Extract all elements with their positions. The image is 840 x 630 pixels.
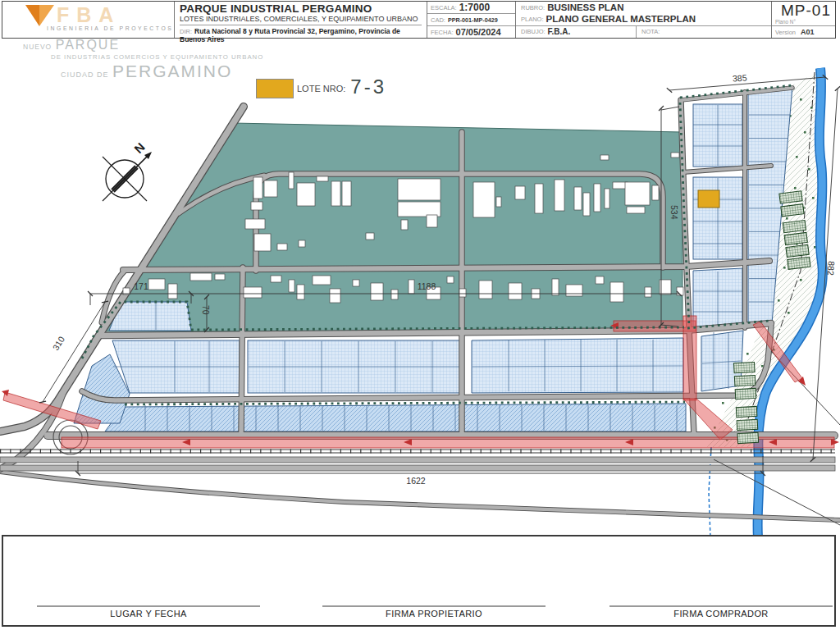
lot-legend: LOTE NRO: 7-3 (256, 79, 386, 98)
plano-label: PLANO: (521, 16, 544, 23)
industrial-zone-teal (102, 123, 682, 331)
lot-legend-label: LOTE NRO: (297, 84, 345, 94)
plan-info-cell: RUBRO:BUSINESS PLAN PLANO:PLANO GENERAL … (515, 2, 771, 38)
dim-882: 882 (826, 261, 837, 276)
logo-ghost-text: FBA (57, 3, 121, 27)
dibujo-label: DIBUJO: (521, 28, 546, 35)
dibujo-value: F.B.A. (548, 27, 571, 36)
signature-place-date: LUGAR Y FECHA (37, 605, 260, 619)
masterplan-sheet: FBA INGENIERIA DE PROYECTOS PARQUE INDUS… (0, 0, 840, 630)
lot-legend-value: 7-3 (350, 75, 386, 98)
title-block: FBA INGENIERIA DE PROYECTOS PARQUE INDUS… (2, 1, 836, 39)
project-watermark: NUEVO PARQUE DE INDUSTRIAS COMERCIOS Y E… (23, 39, 263, 80)
dim-534: 534 (669, 205, 679, 220)
highlighted-lot-7-3 (698, 190, 719, 208)
fecha-value: 07/05/2024 (456, 27, 501, 37)
lot-row1-block3 (472, 338, 683, 393)
sheet-cell: MP-01 Plano N° Version A01 (771, 2, 835, 38)
meta-cell: ESCALA:1:7000 CAD:PPR-001-MP-0429 FECHA:… (427, 2, 515, 38)
dim-385: 385 (733, 72, 747, 83)
cad-value: PPR-001-MP-0429 (448, 16, 498, 24)
rubro-label: RUBRO: (521, 4, 545, 11)
north-label: N (131, 139, 148, 156)
rubro-value: BUSINESS PLAN (547, 2, 623, 12)
escala-label: ESCALA: (431, 4, 457, 11)
dim-1188: 1188 (418, 281, 436, 291)
plano-value: PLANO GENERAL MASTERPLAN (546, 14, 696, 24)
watermark-nuevo: NUEVO (23, 43, 52, 51)
logo-tagline: INGENIERIA DE PROYECTOS (47, 25, 173, 31)
signature-buyer: FIRMA COMPRADOR (609, 605, 833, 619)
dim-70: 70 (201, 305, 211, 315)
watermark-parque: PARQUE (56, 38, 120, 52)
dir-label: DIR: (180, 28, 192, 35)
cad-label: CAD: (431, 16, 445, 24)
signature-line (37, 605, 260, 607)
signature-line (322, 605, 546, 607)
dim-171: 171 (134, 281, 148, 291)
project-subtitle: LOTES INDUSTRIALES, COMERCIALES, Y EQUIP… (180, 15, 422, 23)
nota-label: NOTA: (641, 28, 660, 35)
watermark-ciudad: CIUDAD DE (61, 71, 109, 79)
logo-cell: FBA INGENIERIA DE PROYECTOS (2, 2, 174, 38)
signature-box: LUGAR Y FECHA FIRMA PROPIETARIO FIRMA CO… (2, 535, 836, 627)
lot-color-swatch (256, 79, 294, 98)
project-title: PARQUE INDUSTRIAL PERGAMINO (180, 2, 422, 15)
lot-row2-strip (105, 404, 686, 431)
watermark-pergamino: PERGAMINO (112, 62, 232, 80)
plano-n-label: Plano N° (775, 19, 796, 25)
dim-1622: 1622 (406, 476, 426, 486)
project-cell: PARQUE INDUSTRIAL PERGAMINO LOTES INDUST… (174, 2, 427, 38)
dir-value: Ruta Nacional 8 y Ruta Provincial 32, Pe… (180, 27, 400, 43)
version-label: Version (775, 29, 796, 36)
version-value: A01 (801, 28, 815, 36)
dim-310: 310 (51, 335, 67, 352)
sheet-number: MP-01 (781, 2, 831, 20)
fecha-label: FECHA: (431, 29, 454, 36)
signature-owner: FIRMA PROPIETARIO (322, 605, 546, 619)
north-arrow-icon: N (103, 139, 152, 201)
escala-value: 1:7000 (459, 2, 490, 13)
signature-line (609, 605, 833, 607)
watermark-line2: DE INDUSTRIAS COMERCIOS Y EQUIPAMIENTO U… (51, 54, 263, 61)
